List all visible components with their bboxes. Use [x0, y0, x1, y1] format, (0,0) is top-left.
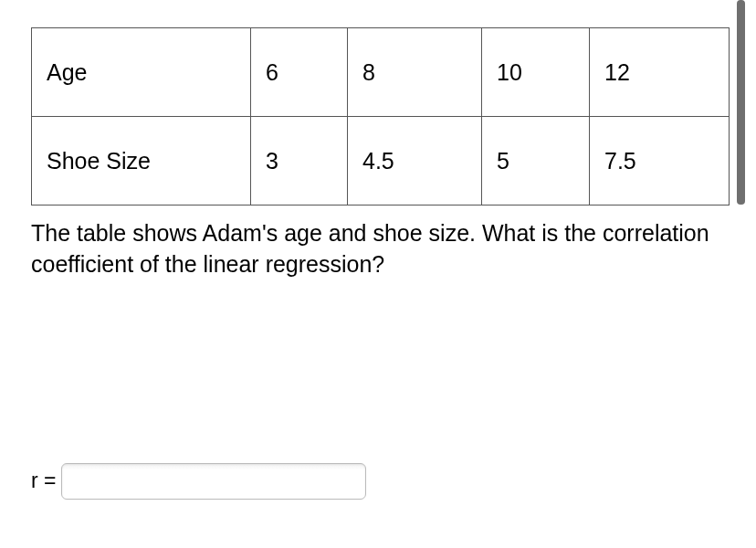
- cell-value: 10: [482, 28, 590, 117]
- table-row: Shoe Size 3 4.5 5 7.5: [32, 117, 730, 206]
- scrollbar-thumb[interactable]: [737, 0, 745, 205]
- cell-value: 12: [590, 28, 730, 117]
- question-text: The table shows Adam's age and shoe size…: [31, 218, 716, 280]
- answer-label: r =: [31, 469, 56, 493]
- question-block: Age 6 8 10 12 Shoe Size 3 4.5 5 7.5 The …: [31, 27, 738, 500]
- cell-value: 4.5: [348, 117, 482, 206]
- row-label: Shoe Size: [32, 117, 251, 206]
- table-row: Age 6 8 10 12: [32, 28, 730, 117]
- data-table: Age 6 8 10 12 Shoe Size 3 4.5 5 7.5: [31, 27, 730, 206]
- cell-value: 8: [348, 28, 482, 117]
- answer-input[interactable]: [61, 463, 366, 500]
- row-label: Age: [32, 28, 251, 117]
- answer-row: r =: [31, 463, 738, 500]
- cell-value: 7.5: [590, 117, 730, 206]
- cell-value: 3: [251, 117, 348, 206]
- cell-value: 5: [482, 117, 590, 206]
- cell-value: 6: [251, 28, 348, 117]
